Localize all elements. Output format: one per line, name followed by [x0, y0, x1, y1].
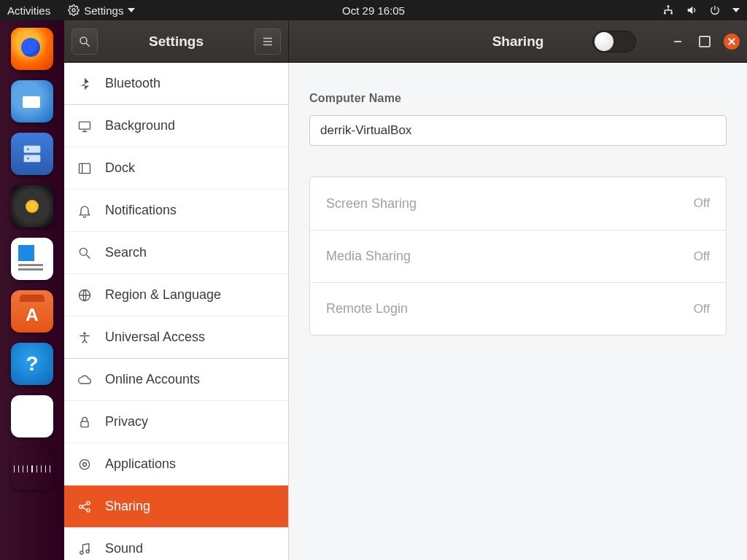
sharing-panel: Computer Name Screen Sharing Off Media S… [289, 63, 747, 560]
launcher-rhythmbox[interactable] [11, 185, 53, 228]
sidebar-item-label: Bluetooth [105, 76, 160, 91]
sharing-row-remote-login[interactable]: Remote Login Off [310, 282, 726, 335]
app-menu-label: Settings [84, 4, 123, 17]
sidebar-item-dock[interactable]: Dock [64, 147, 288, 190]
hamburger-icon [261, 35, 274, 48]
svg-point-6 [27, 148, 29, 150]
launcher-files[interactable] [11, 133, 53, 175]
sharing-master-switch[interactable] [592, 31, 636, 52]
svg-rect-13 [80, 122, 90, 129]
svg-point-21 [83, 332, 85, 334]
sidebar-item-label: Universal Access [105, 330, 205, 345]
svg-rect-22 [81, 421, 88, 427]
sidebar-item-label: Search [105, 245, 147, 260]
clock[interactable]: Oct 29 16:05 [342, 4, 405, 17]
header-title-left: Settings [105, 34, 247, 50]
svg-point-31 [86, 550, 89, 553]
gear-icon [68, 4, 80, 16]
svg-rect-2 [664, 12, 666, 15]
row-label: Remote Login [326, 301, 408, 316]
svg-point-8 [80, 37, 87, 44]
svg-point-0 [72, 9, 75, 12]
sidebar-item-notifications[interactable]: Notifications [64, 190, 288, 232]
sidebar-item-label: Online Accounts [105, 372, 200, 387]
headerbar: Settings Sharing [64, 20, 747, 63]
svg-rect-4 [24, 146, 41, 153]
svg-rect-5 [24, 155, 41, 162]
launcher-libreoffice-writer[interactable] [11, 238, 53, 280]
search-icon [77, 246, 92, 260]
search-icon [78, 35, 91, 48]
svg-line-19 [87, 254, 90, 258]
window-close-button[interactable] [724, 34, 740, 50]
search-button[interactable] [71, 28, 98, 55]
sidebar-item-background[interactable]: Background [64, 105, 288, 147]
window-maximize-button[interactable] [699, 36, 711, 47]
sidebar-item-sound[interactable]: Sound [64, 528, 288, 560]
applications-icon [77, 457, 92, 472]
settings-sidebar: Bluetooth Background Dock Notifications … [64, 63, 289, 560]
lock-icon [77, 415, 92, 429]
row-state: Off [694, 302, 710, 316]
sidebar-item-label: Sharing [105, 499, 150, 514]
svg-rect-1 [667, 5, 670, 7]
computer-name-input[interactable] [309, 115, 727, 146]
music-note-icon [77, 542, 92, 556]
row-label: Screen Sharing [326, 196, 417, 211]
sidebar-item-label: Background [105, 118, 175, 133]
computer-name-label: Computer Name [309, 92, 727, 105]
svg-rect-3 [670, 12, 673, 15]
bell-icon [77, 203, 92, 218]
sidebar-item-privacy[interactable]: Privacy [64, 401, 288, 443]
dock-icon [77, 161, 92, 176]
switch-knob [595, 32, 614, 51]
status-area[interactable] [662, 4, 740, 16]
svg-line-9 [86, 43, 90, 47]
sharing-row-media-sharing[interactable]: Media Sharing Off [310, 230, 726, 282]
sidebar-item-sharing[interactable]: Sharing [64, 486, 288, 528]
svg-point-24 [80, 459, 89, 469]
headerbar-right: Sharing [289, 20, 747, 62]
power-icon [709, 4, 721, 16]
svg-point-30 [80, 551, 83, 553]
launcher-help[interactable]: ? [11, 343, 53, 385]
launcher-show-applications[interactable] [11, 448, 53, 490]
gnome-top-panel: Activities Settings Oct 29 16:05 [0, 0, 747, 20]
launcher-dock: ? a [0, 20, 64, 560]
activities-button[interactable]: Activities [7, 4, 50, 17]
window-minimize-button[interactable] [670, 34, 686, 50]
sidebar-item-online-accounts[interactable]: Online Accounts [64, 359, 288, 401]
row-state: Off [694, 196, 710, 211]
sharing-row-screen-sharing[interactable]: Screen Sharing Off [310, 177, 726, 230]
svg-line-28 [82, 503, 88, 505]
launcher-amazon[interactable]: a [11, 395, 53, 438]
sidebar-item-search[interactable]: Search [64, 232, 288, 274]
sidebar-item-label: Sound [105, 541, 143, 556]
app-menu-button[interactable]: Settings [68, 4, 135, 17]
sidebar-item-bluetooth[interactable]: Bluetooth [64, 63, 288, 105]
sidebar-item-label: Notifications [105, 203, 177, 218]
launcher-ubuntu-software[interactable] [11, 290, 53, 332]
accessibility-icon [77, 330, 92, 345]
svg-point-23 [83, 462, 87, 466]
sidebar-item-applications[interactable]: Applications [64, 443, 288, 486]
desktop-icon [77, 119, 92, 133]
sidebar-item-universal-access[interactable]: Universal Access [64, 316, 288, 359]
chevron-down-icon [732, 8, 740, 12]
share-icon [77, 499, 92, 514]
hamburger-menu-button[interactable] [255, 28, 281, 55]
headerbar-left: Settings [64, 20, 289, 62]
sharing-services-list: Screen Sharing Off Media Sharing Off Rem… [309, 176, 727, 335]
sidebar-item-label: Privacy [105, 414, 148, 429]
row-label: Media Sharing [326, 249, 411, 264]
svg-rect-16 [80, 163, 90, 173]
sidebar-item-region-language[interactable]: Region & Language [64, 274, 288, 316]
sidebar-item-label: Applications [105, 456, 176, 472]
sidebar-item-label: Region & Language [105, 287, 221, 303]
launcher-firefox[interactable] [11, 28, 53, 70]
network-icon [662, 4, 674, 16]
globe-icon [77, 288, 92, 303]
launcher-thunderbird[interactable] [11, 80, 53, 122]
svg-point-18 [80, 248, 87, 255]
chevron-down-icon [128, 8, 135, 12]
